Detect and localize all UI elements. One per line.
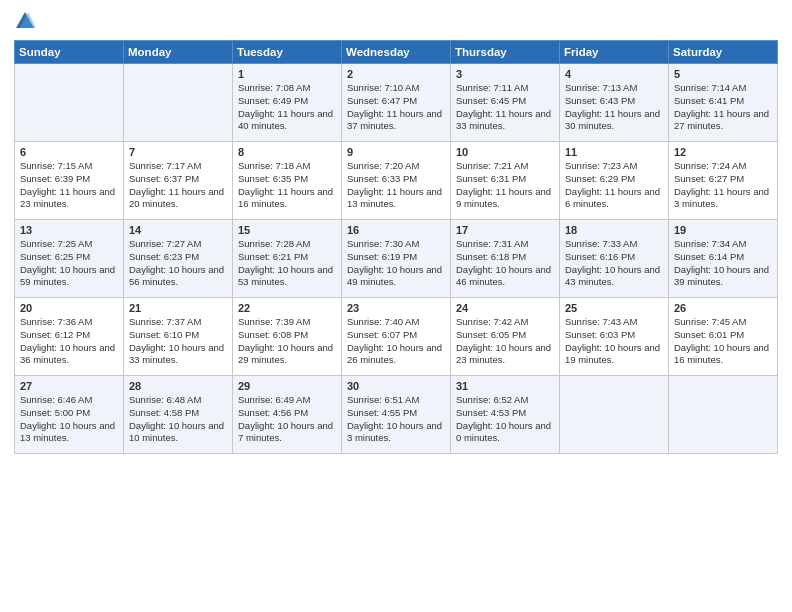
weekday-header-row: SundayMondayTuesdayWednesdayThursdayFrid…	[15, 41, 778, 64]
cell-info: Sunrise: 7:39 AM Sunset: 6:08 PM Dayligh…	[238, 316, 336, 367]
calendar-cell: 27Sunrise: 6:46 AM Sunset: 5:00 PM Dayli…	[15, 376, 124, 454]
day-number: 6	[20, 146, 118, 158]
logo-icon	[14, 10, 36, 32]
weekday-header-thursday: Thursday	[451, 41, 560, 64]
cell-info: Sunrise: 7:20 AM Sunset: 6:33 PM Dayligh…	[347, 160, 445, 211]
cell-info: Sunrise: 7:34 AM Sunset: 6:14 PM Dayligh…	[674, 238, 772, 289]
calendar-week-row: 13Sunrise: 7:25 AM Sunset: 6:25 PM Dayli…	[15, 220, 778, 298]
day-number: 22	[238, 302, 336, 314]
day-number: 25	[565, 302, 663, 314]
day-number: 12	[674, 146, 772, 158]
cell-info: Sunrise: 6:48 AM Sunset: 4:58 PM Dayligh…	[129, 394, 227, 445]
day-number: 31	[456, 380, 554, 392]
calendar-cell: 24Sunrise: 7:42 AM Sunset: 6:05 PM Dayli…	[451, 298, 560, 376]
cell-info: Sunrise: 7:13 AM Sunset: 6:43 PM Dayligh…	[565, 82, 663, 133]
day-number: 9	[347, 146, 445, 158]
cell-info: Sunrise: 7:11 AM Sunset: 6:45 PM Dayligh…	[456, 82, 554, 133]
cell-info: Sunrise: 7:30 AM Sunset: 6:19 PM Dayligh…	[347, 238, 445, 289]
weekday-header-saturday: Saturday	[669, 41, 778, 64]
calendar-cell: 28Sunrise: 6:48 AM Sunset: 4:58 PM Dayli…	[124, 376, 233, 454]
calendar-cell: 11Sunrise: 7:23 AM Sunset: 6:29 PM Dayli…	[560, 142, 669, 220]
calendar-header: SundayMondayTuesdayWednesdayThursdayFrid…	[15, 41, 778, 64]
day-number: 7	[129, 146, 227, 158]
calendar-cell: 3Sunrise: 7:11 AM Sunset: 6:45 PM Daylig…	[451, 64, 560, 142]
calendar-body: 1Sunrise: 7:08 AM Sunset: 6:49 PM Daylig…	[15, 64, 778, 454]
day-number: 13	[20, 224, 118, 236]
cell-info: Sunrise: 6:51 AM Sunset: 4:55 PM Dayligh…	[347, 394, 445, 445]
day-number: 27	[20, 380, 118, 392]
day-number: 5	[674, 68, 772, 80]
cell-info: Sunrise: 7:23 AM Sunset: 6:29 PM Dayligh…	[565, 160, 663, 211]
day-number: 24	[456, 302, 554, 314]
calendar-cell: 26Sunrise: 7:45 AM Sunset: 6:01 PM Dayli…	[669, 298, 778, 376]
day-number: 21	[129, 302, 227, 314]
cell-info: Sunrise: 7:42 AM Sunset: 6:05 PM Dayligh…	[456, 316, 554, 367]
calendar-table: SundayMondayTuesdayWednesdayThursdayFrid…	[14, 40, 778, 454]
cell-info: Sunrise: 7:21 AM Sunset: 6:31 PM Dayligh…	[456, 160, 554, 211]
day-number: 17	[456, 224, 554, 236]
logo	[14, 10, 40, 32]
day-number: 1	[238, 68, 336, 80]
cell-info: Sunrise: 7:15 AM Sunset: 6:39 PM Dayligh…	[20, 160, 118, 211]
logo-area	[14, 10, 40, 32]
day-number: 10	[456, 146, 554, 158]
calendar-cell: 25Sunrise: 7:43 AM Sunset: 6:03 PM Dayli…	[560, 298, 669, 376]
calendar-cell: 6Sunrise: 7:15 AM Sunset: 6:39 PM Daylig…	[15, 142, 124, 220]
calendar-cell	[124, 64, 233, 142]
calendar-week-row: 27Sunrise: 6:46 AM Sunset: 5:00 PM Dayli…	[15, 376, 778, 454]
cell-info: Sunrise: 6:49 AM Sunset: 4:56 PM Dayligh…	[238, 394, 336, 445]
weekday-header-friday: Friday	[560, 41, 669, 64]
page-header	[14, 10, 778, 32]
day-number: 19	[674, 224, 772, 236]
calendar-cell: 31Sunrise: 6:52 AM Sunset: 4:53 PM Dayli…	[451, 376, 560, 454]
calendar-cell: 14Sunrise: 7:27 AM Sunset: 6:23 PM Dayli…	[124, 220, 233, 298]
calendar-cell	[669, 376, 778, 454]
calendar-cell: 16Sunrise: 7:30 AM Sunset: 6:19 PM Dayli…	[342, 220, 451, 298]
calendar-cell: 22Sunrise: 7:39 AM Sunset: 6:08 PM Dayli…	[233, 298, 342, 376]
calendar-cell: 17Sunrise: 7:31 AM Sunset: 6:18 PM Dayli…	[451, 220, 560, 298]
cell-info: Sunrise: 7:10 AM Sunset: 6:47 PM Dayligh…	[347, 82, 445, 133]
cell-info: Sunrise: 7:18 AM Sunset: 6:35 PM Dayligh…	[238, 160, 336, 211]
weekday-header-monday: Monday	[124, 41, 233, 64]
calendar-week-row: 20Sunrise: 7:36 AM Sunset: 6:12 PM Dayli…	[15, 298, 778, 376]
cell-info: Sunrise: 7:45 AM Sunset: 6:01 PM Dayligh…	[674, 316, 772, 367]
cell-info: Sunrise: 7:43 AM Sunset: 6:03 PM Dayligh…	[565, 316, 663, 367]
calendar-cell: 23Sunrise: 7:40 AM Sunset: 6:07 PM Dayli…	[342, 298, 451, 376]
calendar-cell: 21Sunrise: 7:37 AM Sunset: 6:10 PM Dayli…	[124, 298, 233, 376]
cell-info: Sunrise: 7:33 AM Sunset: 6:16 PM Dayligh…	[565, 238, 663, 289]
cell-info: Sunrise: 7:14 AM Sunset: 6:41 PM Dayligh…	[674, 82, 772, 133]
calendar-week-row: 1Sunrise: 7:08 AM Sunset: 6:49 PM Daylig…	[15, 64, 778, 142]
calendar-cell	[560, 376, 669, 454]
day-number: 15	[238, 224, 336, 236]
day-number: 18	[565, 224, 663, 236]
weekday-header-tuesday: Tuesday	[233, 41, 342, 64]
calendar-cell: 2Sunrise: 7:10 AM Sunset: 6:47 PM Daylig…	[342, 64, 451, 142]
day-number: 8	[238, 146, 336, 158]
cell-info: Sunrise: 7:40 AM Sunset: 6:07 PM Dayligh…	[347, 316, 445, 367]
weekday-header-sunday: Sunday	[15, 41, 124, 64]
day-number: 14	[129, 224, 227, 236]
cell-info: Sunrise: 7:27 AM Sunset: 6:23 PM Dayligh…	[129, 238, 227, 289]
calendar-cell: 29Sunrise: 6:49 AM Sunset: 4:56 PM Dayli…	[233, 376, 342, 454]
day-number: 29	[238, 380, 336, 392]
cell-info: Sunrise: 7:17 AM Sunset: 6:37 PM Dayligh…	[129, 160, 227, 211]
day-number: 4	[565, 68, 663, 80]
calendar-cell: 4Sunrise: 7:13 AM Sunset: 6:43 PM Daylig…	[560, 64, 669, 142]
calendar-cell: 9Sunrise: 7:20 AM Sunset: 6:33 PM Daylig…	[342, 142, 451, 220]
calendar-cell: 8Sunrise: 7:18 AM Sunset: 6:35 PM Daylig…	[233, 142, 342, 220]
calendar-cell: 13Sunrise: 7:25 AM Sunset: 6:25 PM Dayli…	[15, 220, 124, 298]
calendar-cell: 5Sunrise: 7:14 AM Sunset: 6:41 PM Daylig…	[669, 64, 778, 142]
calendar-cell: 30Sunrise: 6:51 AM Sunset: 4:55 PM Dayli…	[342, 376, 451, 454]
day-number: 30	[347, 380, 445, 392]
calendar-cell: 20Sunrise: 7:36 AM Sunset: 6:12 PM Dayli…	[15, 298, 124, 376]
day-number: 16	[347, 224, 445, 236]
cell-info: Sunrise: 7:31 AM Sunset: 6:18 PM Dayligh…	[456, 238, 554, 289]
day-number: 23	[347, 302, 445, 314]
day-number: 28	[129, 380, 227, 392]
cell-info: Sunrise: 7:08 AM Sunset: 6:49 PM Dayligh…	[238, 82, 336, 133]
calendar-cell: 15Sunrise: 7:28 AM Sunset: 6:21 PM Dayli…	[233, 220, 342, 298]
cell-info: Sunrise: 7:28 AM Sunset: 6:21 PM Dayligh…	[238, 238, 336, 289]
day-number: 2	[347, 68, 445, 80]
cell-info: Sunrise: 6:46 AM Sunset: 5:00 PM Dayligh…	[20, 394, 118, 445]
calendar-cell: 10Sunrise: 7:21 AM Sunset: 6:31 PM Dayli…	[451, 142, 560, 220]
